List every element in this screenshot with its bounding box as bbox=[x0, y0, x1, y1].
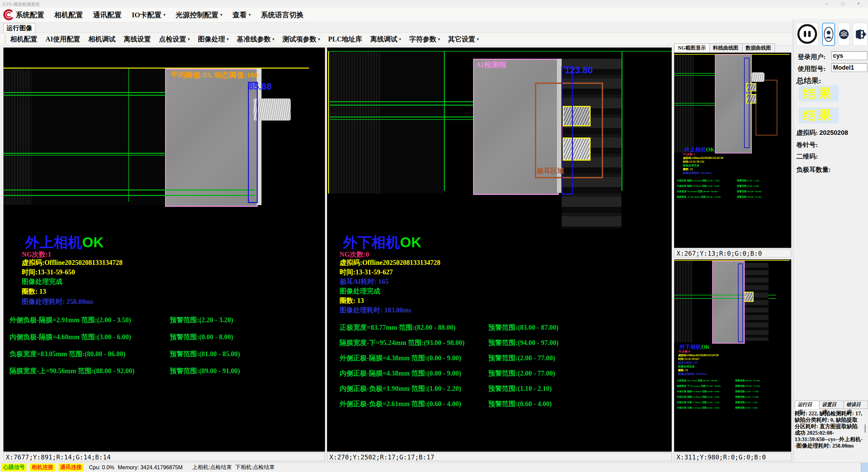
ng-count: NG次数:1 bbox=[683, 152, 695, 156]
menu-comm-config[interactable]: 通讯配置 bbox=[93, 10, 122, 20]
chevron-down-icon: ▾ bbox=[399, 37, 401, 41]
info-line: 圈数: 13 bbox=[678, 368, 688, 372]
menu-system-config[interactable]: 系统配置 bbox=[16, 10, 44, 20]
login-user-input[interactable] bbox=[831, 51, 867, 60]
maximize-button[interactable]: □ bbox=[835, 0, 850, 7]
blue-measure-box bbox=[744, 58, 749, 148]
tool-label: 其它设置 bbox=[448, 35, 475, 44]
tab-region-label: 极耳区域 bbox=[537, 167, 564, 175]
measurement-warn: 预警范围:(1.10 - 2.10) bbox=[488, 385, 552, 393]
app-logo-icon bbox=[1, 8, 14, 21]
tab-ng-screenshot[interactable]: NG截图显示 bbox=[674, 43, 710, 53]
tool-other-settings[interactable]: 其它设置▾ bbox=[448, 35, 479, 44]
menu-view[interactable]: 查看▾ bbox=[233, 10, 251, 20]
info-line: 图像处理耗时: 183.00ms bbox=[340, 306, 411, 314]
tool-label: PLC地址库 bbox=[328, 35, 362, 44]
ng-count: NG次数:1 bbox=[22, 251, 51, 258]
tool-camera-config[interactable]: 相机配置 bbox=[10, 35, 37, 44]
measurement-warn: 预警范围:(2.20 - 3.20) bbox=[170, 316, 233, 324]
tool-label: 字符参数 bbox=[409, 35, 436, 44]
minimize-button[interactable]: – bbox=[819, 0, 834, 7]
users-button[interactable] bbox=[838, 23, 850, 46]
tab-metal-blob bbox=[752, 72, 764, 82]
tab-material-curve[interactable]: 料线曲线图 bbox=[710, 43, 742, 53]
lower-camera-view[interactable]: AI检测框 123.80 极耳区域 外下相机OK NG次数:0 虚拟码:Offl… bbox=[327, 48, 672, 452]
tab-run-image[interactable]: 运行图像 bbox=[3, 23, 35, 33]
tool-baseline-params[interactable]: 基准线参数▾ bbox=[237, 35, 274, 44]
ng-thumbnail-2[interactable]: 外下相机OK NG次数:0 虚拟码:Offline202502081331347… bbox=[674, 259, 791, 452]
info-line: 虚拟码:Offline20250208133134728 bbox=[683, 156, 723, 160]
camera-result: OK bbox=[400, 234, 421, 250]
info-line: 时间:13-31-59-627 bbox=[678, 357, 700, 361]
camera-name: 外上相机 bbox=[25, 235, 82, 250]
blue-measure-box bbox=[561, 66, 573, 195]
chevron-down-icon: ▾ bbox=[188, 37, 190, 41]
menu-io-card-config[interactable]: IO卡配置▾ bbox=[132, 10, 165, 20]
tab-setting-log[interactable]: 设置日志 bbox=[819, 401, 844, 409]
menu-light-control-config[interactable]: 光源控制配置▾ bbox=[176, 10, 222, 20]
measurement-warn: 预警范围:(83.00 - 87.00) bbox=[735, 379, 760, 382]
blue-measure-box bbox=[738, 264, 743, 342]
tab-run-log[interactable]: 运行日志 bbox=[795, 401, 819, 409]
pause-button[interactable] bbox=[796, 23, 818, 46]
measurement-text: 外侧负极-隔膜=2.91mm 范围:(2.00 - 3.50) bbox=[677, 179, 719, 182]
green-border-vline bbox=[444, 51, 445, 191]
chevron-down-icon: ▾ bbox=[220, 13, 222, 17]
tab-error-log[interactable]: 错误日志 bbox=[844, 401, 868, 409]
yellow-reference-line bbox=[3, 68, 309, 69]
tool-offline-setting[interactable]: 离线设置 bbox=[124, 35, 151, 44]
menu-language-switch[interactable]: 系统语言切换 bbox=[261, 10, 304, 20]
green-measure-line bbox=[3, 153, 166, 154]
upper-camera-view[interactable]: 平均阈值:93, 动态阈值:100 85.88 外上相机OK NG次数:1 虚拟… bbox=[3, 48, 325, 452]
user-button[interactable] bbox=[822, 23, 835, 46]
measurement-warn: 预警范围:(94.00 - 97.00) bbox=[735, 384, 760, 388]
tool-label: 点检设置 bbox=[159, 35, 186, 44]
exit-button[interactable] bbox=[853, 23, 868, 46]
tool-label: 基准线参数 bbox=[237, 35, 271, 44]
machine-texture bbox=[330, 51, 381, 194]
measure-value-overlay: 85.88 bbox=[249, 81, 272, 92]
model-input[interactable] bbox=[831, 63, 867, 72]
menu-camera-config[interactable]: 相机配置 bbox=[54, 10, 83, 20]
green-measure-line bbox=[3, 155, 166, 156]
log-scrollbar[interactable] bbox=[865, 424, 866, 433]
tab-data-curve[interactable]: 数据曲线图 bbox=[742, 43, 775, 53]
measurement-warn: 预警范围:(0.00 - 8.00) bbox=[737, 184, 759, 188]
lower-camera-coords: X:270;Y:2502;R:17;G:17;B:17 bbox=[327, 453, 672, 461]
ng-thumbnail-1[interactable]: 外上相机OK NG次数:1 虚拟码:Offline202502081331347… bbox=[674, 53, 791, 248]
cpu-usage: Cpu: 0.0% bbox=[89, 465, 114, 471]
run-log-text: 耗时: 222, 缺陷检测耗时: 17, 缺陷分类耗时: 0, 缺陷提取分区耗时… bbox=[795, 410, 863, 461]
tool-test-item-params[interactable]: 测试项参数▾ bbox=[283, 35, 320, 44]
camera-result: OK bbox=[706, 147, 715, 152]
measurement-text: 外侧正极-负极=2.61mm 范围:(0.60 - 4.00) bbox=[340, 400, 461, 408]
ng-thumbnail-1-coords: X:267;Y:13;R:0;G:0;B:0 bbox=[674, 249, 791, 257]
machine-texture bbox=[674, 55, 694, 152]
menu-label: 通讯配置 bbox=[93, 10, 122, 20]
close-button[interactable]: × bbox=[851, 0, 866, 7]
tool-char-params[interactable]: 字符参数▾ bbox=[409, 35, 440, 44]
tool-offline-debug[interactable]: 离线调试▾ bbox=[370, 35, 401, 44]
measurement-text: 内侧正极-负极=1.90mm 范围:(1.00 - 2.20) bbox=[677, 401, 719, 404]
info-line: 图像处理耗时: 258.00ms bbox=[22, 298, 93, 306]
green-measure-line bbox=[674, 103, 715, 104]
measurement-warn: 预警范围:(0.60 - 4.00) bbox=[735, 406, 757, 410]
tool-image-process[interactable]: 图像处理▾ bbox=[198, 35, 229, 44]
tool-spot-check-setting[interactable]: 点检设置▾ bbox=[159, 35, 190, 44]
camera-result: OK bbox=[82, 234, 104, 250]
virtual-code-value: 20250208 bbox=[819, 129, 848, 136]
measurement-text: 内侧正极-负极=1.90mm 范围:(1.00 - 2.20) bbox=[340, 385, 461, 393]
chevron-down-icon: ▾ bbox=[438, 37, 440, 41]
tool-ai-use-config[interactable]: AI使用配置 bbox=[46, 35, 80, 44]
info-line: 图像处理完成 bbox=[683, 164, 699, 167]
total-result-label: 总结果: bbox=[796, 76, 821, 85]
green-measure-line bbox=[3, 195, 255, 196]
measurement-warn: 预警范围:(2.00 - 77.00) bbox=[488, 354, 555, 362]
tool-plc-address-lib[interactable]: PLC地址库 bbox=[328, 35, 362, 44]
measurement-text: 内侧负极-隔膜=4.60mm 范围:(3.00 - 6.00) bbox=[677, 184, 719, 188]
measurement-text: 正极宽度=83.77mm 范围:(82.00 - 88.00) bbox=[677, 379, 717, 382]
camera-result: OK bbox=[701, 344, 710, 350]
tool-camera-debug[interactable]: 相机调试 bbox=[88, 35, 115, 44]
measure-value-overlay: 123.80 bbox=[565, 65, 593, 76]
measurement-text: 外侧负极-隔膜=2.91mm 范围:(2.00 - 3.50) bbox=[10, 316, 131, 324]
info-line: 图像处理完成 bbox=[22, 278, 62, 286]
